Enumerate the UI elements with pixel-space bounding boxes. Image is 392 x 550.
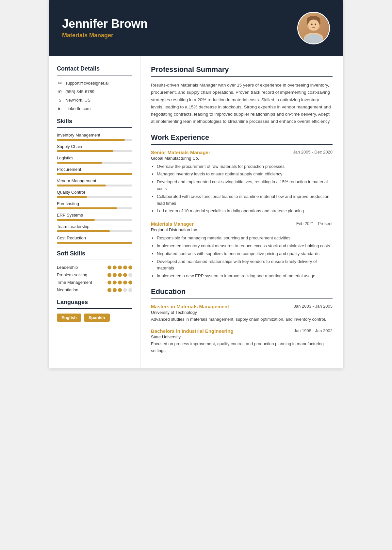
job-bullet: Led a team of 10 material specialists in… <box>157 208 333 215</box>
email-icon: ✉ <box>57 80 63 86</box>
skill-item: Logistics <box>57 155 132 164</box>
job-date: Feb 2021 - Present <box>296 221 333 226</box>
contact-email: ✉ support@cvdesigner.ai <box>57 80 132 86</box>
avatar-image <box>298 13 329 43</box>
edu-date: Jan 1998 - Jan 2002 <box>294 328 333 333</box>
skill-bar-fill <box>57 139 125 141</box>
avatar <box>297 12 330 44</box>
dot <box>118 281 122 284</box>
dot <box>128 273 132 277</box>
soft-skills-section-title: Soft Skills <box>57 250 132 257</box>
dot <box>123 281 127 284</box>
candidate-name: Jennifer Brown <box>62 17 148 30</box>
job-bullet: Responsible for managing material sourci… <box>157 235 333 242</box>
dots <box>107 273 132 277</box>
candidate-title: Materials Manager <box>62 32 148 39</box>
skill-name: Procurement <box>57 167 132 172</box>
education-section-title: Education <box>151 287 333 296</box>
skill-bar-bg <box>57 196 132 198</box>
job-block: Materials Manager Feb 2021 - Present Reg… <box>151 221 333 280</box>
header-left: Jennifer Brown Materials Manager <box>62 17 148 39</box>
phone-value: (555) 345-6789 <box>65 89 94 94</box>
skill-bar-fill <box>57 173 132 175</box>
location-value: NewYork, US <box>65 98 90 103</box>
skill-item: Supply Chain <box>57 144 132 152</box>
soft-skill-name: Time Management <box>57 280 92 285</box>
job-bullet: Developed and maintained relationships w… <box>157 258 333 272</box>
dot <box>123 273 127 277</box>
soft-skill-item: Negotiation <box>57 287 132 292</box>
edu-description: Advanced studies in materials management… <box>151 316 333 323</box>
job-bullet: Collaborated with cross-functional teams… <box>157 193 333 207</box>
skill-bar-fill <box>57 207 117 209</box>
dot <box>118 273 122 277</box>
right-column: Professional Summary Results-driven Mate… <box>140 56 343 368</box>
education-divider <box>151 299 333 299</box>
dot <box>128 288 132 292</box>
job-company: Regional Distribution Inc. <box>151 227 333 232</box>
edu-header: Bachelors in Industrial Engineering Jan … <box>151 328 333 334</box>
skill-bar-bg <box>57 162 132 164</box>
edu-degree-title: Bachelors in Industrial Engineering <box>151 328 234 334</box>
languages-divider <box>57 308 132 309</box>
soft-skill-item: Problem-solving <box>57 272 132 277</box>
dot <box>128 281 132 284</box>
edu-school: State University <box>151 334 333 339</box>
skill-item: Quality Control <box>57 190 132 198</box>
body: Contact Details ✉ support@cvdesigner.ai … <box>49 56 343 368</box>
skill-bar-fill <box>57 230 110 232</box>
job-bullet: Managed inventory levels to ensure optim… <box>157 171 333 178</box>
skill-bar-fill <box>57 242 132 244</box>
skill-bar-bg <box>57 173 132 175</box>
soft-skill-name: Leadership <box>57 265 90 270</box>
language-tag: English <box>57 314 81 322</box>
skill-item: Cost Reduction <box>57 235 132 244</box>
dot <box>107 266 111 269</box>
svg-point-6 <box>315 24 316 25</box>
skill-bar-fill <box>57 150 113 152</box>
soft-skills-divider <box>57 260 132 260</box>
work-section-title: Work Experience <box>151 133 333 142</box>
dot <box>107 273 111 277</box>
work-divider <box>151 144 333 145</box>
edu-header: Masters in Materials Management Jan 2003… <box>151 304 333 309</box>
dot <box>113 288 117 292</box>
job-bullet: Implemented a new ERP system to improve … <box>157 273 333 280</box>
skills-section-title: Skills <box>57 118 132 125</box>
soft-skill-item: Leadership <box>57 265 132 270</box>
language-tags: EnglishSpanish <box>57 314 132 322</box>
skill-bar-fill <box>57 219 95 221</box>
svg-point-5 <box>311 24 313 25</box>
header: Jennifer Brown Materials Manager <box>49 0 343 56</box>
soft-skill-name: Negotiation <box>57 287 90 292</box>
skills-list: Inventory Management Supply Chain Logist… <box>57 133 132 244</box>
skill-bar-bg <box>57 242 132 244</box>
linkedin-value: LinkedIn.com <box>65 106 90 111</box>
edu-date: Jan 2003 - Jan 2005 <box>294 304 333 309</box>
email-value: support@cvdesigner.ai <box>65 81 108 86</box>
linkedin-icon: in <box>57 105 63 111</box>
resume-container: Jennifer Brown Materials Manager <box>49 0 343 368</box>
dots <box>107 281 132 284</box>
edu-description: Focused on process improvement, quality … <box>151 341 333 354</box>
job-header: Materials Manager Feb 2021 - Present <box>151 221 333 227</box>
contact-section-title: Contact Details <box>57 65 132 72</box>
job-bullet: Developed and implemented cost-saving in… <box>157 179 333 192</box>
dot <box>118 288 122 292</box>
dots <box>107 266 132 269</box>
soft-skills-list: LeadershipProblem-solvingTime Management… <box>57 265 132 292</box>
job-title: Materials Manager <box>151 221 194 227</box>
edu-school: University of Technology <box>151 310 333 315</box>
phone-icon: ✆ <box>57 89 63 94</box>
edu-degree-title: Masters in Materials Management <box>151 304 229 309</box>
skill-bar-bg <box>57 185 132 186</box>
skill-name: ERP Systems <box>57 213 132 218</box>
languages-section-title: Languages <box>57 299 132 306</box>
skill-name: Inventory Management <box>57 133 132 138</box>
dot <box>118 266 122 269</box>
skill-bar-bg <box>57 230 132 232</box>
job-block: Senior Materials Manager Jan 2005 - Dec … <box>151 150 333 215</box>
dot <box>123 266 127 269</box>
skill-name: Supply Chain <box>57 144 132 149</box>
summary-section-title: Professional Summary <box>151 65 333 74</box>
